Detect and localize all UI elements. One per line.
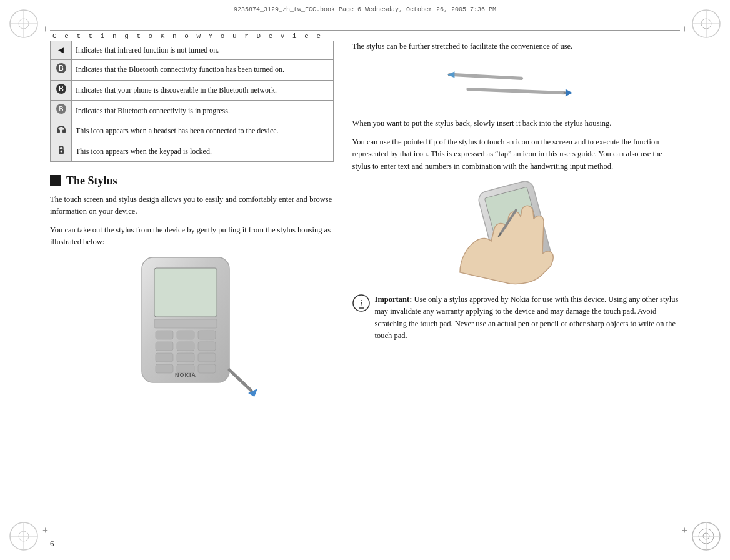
svg-marker-46 [448,72,454,78]
table-icon-cell: B [51,60,72,81]
svg-line-44 [452,75,521,79]
infrared-icon: ◄ [56,45,66,55]
important-note: i Important: Use only a stylus approved … [352,294,680,342]
headset-icon [56,124,67,135]
important-label: Important: [375,295,412,304]
svg-rect-39 [198,364,216,373]
chapter-title: G e t t i n g t o K n o w Y o u r D e v … [50,32,680,40]
svg-line-41 [229,370,251,391]
bluetooth-on-icon: B [56,62,67,74]
cross-mark-tl: + [42,24,48,35]
left-column: ◄ Indicates that infrared function is no… [50,41,334,529]
page-number: 6 [50,539,54,549]
svg-rect-30 [198,331,216,339]
table-icon-cell [51,121,72,141]
table-icon-cell [51,141,72,162]
bluetooth-discoverable-icon: B [56,83,67,94]
svg-line-47 [468,89,564,93]
hand-device-image: NOKIA [454,179,579,285]
svg-rect-29 [177,331,194,339]
table-row: ◄ Indicates that infrared function is no… [51,41,334,60]
svg-rect-34 [156,353,173,362]
svg-point-24 [60,151,62,152]
cross-mark-bl: + [42,525,48,536]
heading-square-icon [50,175,61,186]
svg-rect-32 [177,342,194,351]
corner-decoration-tr [688,5,725,42]
table-text-cell: Indicates that your phone is discoverabl… [72,80,334,101]
svg-rect-36 [198,353,216,362]
svg-rect-31 [156,342,173,351]
table-icon-cell: B [51,80,72,101]
table-row: B Indicates that Bluetooth connectivity … [51,101,334,121]
stylus-stretched-image [352,59,680,109]
right-para1: The stylus can be further stretched to f… [352,41,680,52]
corner-decoration-tl [5,5,42,42]
cross-mark-br: + [682,525,688,536]
svg-rect-28 [156,331,173,339]
svg-rect-27 [154,319,217,328]
cross-mark-tr: + [682,24,688,35]
important-icon: i [352,294,370,312]
important-text: Important: Use only a stylus approved by… [375,294,680,342]
page: + + + + 9235874_3129_zh_tw_FCC.book Page… [0,0,730,560]
table-row: B Indicates that the Bluetooth connectiv… [51,60,334,81]
table-text-cell: Indicates that the Bluetooth connectivit… [72,60,334,81]
table-row: This icon appears when a headset has bee… [51,121,334,141]
right-para2: When you want to put the stylus back, sl… [352,118,680,129]
svg-text:B: B [59,105,63,112]
svg-rect-33 [198,342,216,351]
device-image: NOKIA [126,254,258,398]
bluetooth-progress-icon: B [56,103,67,114]
svg-rect-37 [156,364,173,373]
section-heading: The Stylus [50,174,334,188]
svg-text:NOKIA: NOKIA [175,372,196,378]
important-body: Use only a stylus approved by Nokia for … [375,295,679,340]
section-para2: You can take out the stylus from the dev… [50,224,334,249]
keypad-locked-icon [56,144,67,155]
right-column: The stylus can be further stretched to f… [352,41,680,529]
icon-table: ◄ Indicates that infrared function is no… [50,41,334,162]
table-row: This icon appears when the keypad is loc… [51,141,334,162]
svg-text:i: i [360,298,362,308]
main-content: ◄ Indicates that infrared function is no… [50,41,680,529]
svg-marker-49 [566,89,572,97]
section-para1: The touch screen and stylus design allow… [50,194,334,218]
stylus-svg [429,65,604,102]
table-text-cell: This icon appears when a headset has bee… [72,121,334,141]
corner-decoration-bl [5,518,42,555]
file-info: 9235874_3129_zh_tw_FCC.book Page 6 Wedne… [50,6,680,13]
table-icon-cell: B [51,101,72,121]
right-para3: You can use the pointed tip of the stylu… [352,136,680,172]
section-title: The Stylus [66,174,118,188]
table-row: B Indicates that your phone is discovera… [51,80,334,101]
svg-rect-26 [154,268,217,317]
svg-text:B: B [58,64,63,72]
table-text-cell: Indicates that infrared function is not … [72,41,334,60]
table-text-cell: This icon appears when the keypad is loc… [72,141,334,162]
svg-rect-35 [177,353,194,362]
table-text-cell: Indicates that Bluetooth connectivity is… [72,101,334,121]
svg-text:B: B [58,84,63,93]
table-icon-cell: ◄ [51,41,72,60]
corner-decoration-br [688,518,725,555]
